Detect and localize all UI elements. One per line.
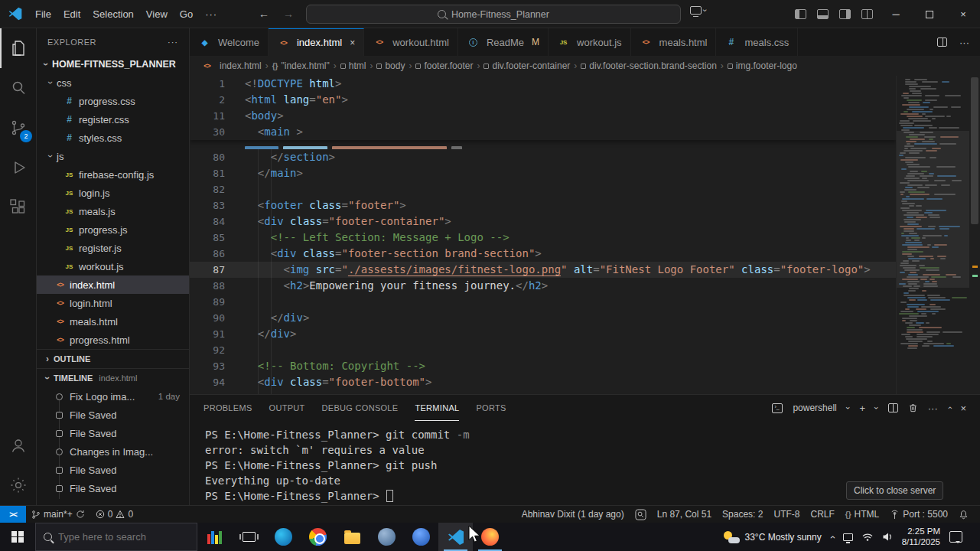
breadcrumb-item[interactable]: footer.footer bbox=[415, 60, 473, 71]
file-item-register.css[interactable]: #register.css bbox=[37, 110, 189, 129]
hidden-icons-chevron[interactable]: › bbox=[827, 536, 838, 539]
timeline-item[interactable]: File Saved bbox=[37, 424, 189, 442]
code-line-83[interactable]: 83 <footer class="footer"> bbox=[190, 197, 896, 214]
menu-edit[interactable]: Edit bbox=[57, 6, 86, 22]
file-item-progress.html[interactable]: <>progress.html bbox=[37, 331, 189, 349]
taskbar-app-edge[interactable] bbox=[266, 523, 301, 551]
notifications-bell[interactable] bbox=[953, 510, 974, 520]
split-terminal-icon[interactable] bbox=[888, 403, 898, 412]
account-icon[interactable] bbox=[0, 425, 36, 465]
source-control-icon[interactable]: 2 bbox=[0, 108, 36, 148]
taskbar-app-vscode[interactable] bbox=[438, 523, 473, 551]
file-item-meals.js[interactable]: JSmeals.js bbox=[37, 202, 189, 220]
code-line-80[interactable]: 80 </section> bbox=[190, 149, 896, 165]
panel-more-actions-icon[interactable]: ··· bbox=[928, 403, 938, 414]
settings-gear-icon[interactable] bbox=[0, 465, 36, 505]
start-button[interactable] bbox=[0, 523, 35, 551]
code-line-85[interactable]: 85 <!-- Left Section: Message + Logo --> bbox=[190, 230, 896, 246]
taskbar-app-file-explorer[interactable] bbox=[335, 523, 370, 551]
weather-widget[interactable]: 33°C Mostly sunny bbox=[723, 531, 822, 543]
code-line-clipped[interactable] bbox=[190, 140, 896, 149]
language-mode[interactable]: {}HTML bbox=[840, 509, 884, 520]
tab-ReadMe[interactable]: iReadMeM bbox=[458, 28, 549, 56]
breadcrumb-item[interactable]: html bbox=[340, 60, 366, 71]
remote-indicator[interactable]: >< bbox=[0, 506, 26, 523]
problems-status[interactable]: 0 0 bbox=[90, 506, 138, 523]
file-item-css[interactable]: ›css bbox=[37, 73, 189, 92]
file-item-workout.js[interactable]: JSworkout.js bbox=[37, 257, 189, 276]
close-button[interactable]: × bbox=[946, 0, 980, 28]
git-branch-status[interactable]: main*+ bbox=[26, 506, 90, 523]
breadcrumb-item[interactable]: body bbox=[376, 60, 405, 71]
tab-workout.js[interactable]: JSworkout.js bbox=[549, 28, 631, 56]
code-line-82[interactable]: 82 bbox=[190, 181, 896, 197]
timeline-item[interactable]: File Saved bbox=[37, 479, 189, 497]
breadcrumb-item[interactable]: div.footer-container bbox=[483, 60, 570, 71]
menu-selection[interactable]: Selection bbox=[86, 6, 139, 22]
taskbar-app-6[interactable] bbox=[370, 523, 404, 551]
maximize-button[interactable] bbox=[913, 0, 946, 28]
file-item-register.js[interactable]: JSregister.js bbox=[37, 239, 189, 257]
tab-index.html[interactable]: <>index.html× bbox=[269, 28, 364, 56]
taskbar-clock[interactable]: 2:25 PM 8/11/2025 bbox=[902, 527, 940, 547]
file-item-login.html[interactable]: <>login.html bbox=[37, 294, 189, 312]
file-item-progress.js[interactable]: JSprogress.js bbox=[37, 220, 189, 239]
back-button[interactable]: ← bbox=[259, 8, 269, 20]
editor-more-actions-icon[interactable]: ··· bbox=[959, 37, 969, 48]
code-line-86[interactable]: 86 <div class="footer-section brand-sect… bbox=[190, 246, 896, 262]
code-line-88[interactable]: 88 <h2>Empowering your fitness journey.<… bbox=[190, 278, 896, 294]
close-tab-icon[interactable]: × bbox=[350, 37, 355, 48]
code-line-90[interactable]: 90 </div> bbox=[190, 310, 896, 326]
search-tool-button[interactable] bbox=[630, 509, 652, 520]
new-terminal-button[interactable]: + bbox=[859, 403, 865, 414]
code-line-89[interactable]: 89 bbox=[190, 294, 896, 310]
taskbar-search-box[interactable] bbox=[35, 523, 197, 551]
encoding-setting[interactable]: UTF-8 bbox=[768, 509, 805, 520]
file-item-styles.css[interactable]: #styles.css bbox=[37, 129, 189, 147]
code-line-11[interactable]: 11<body> bbox=[190, 108, 896, 124]
timeline-item[interactable]: Fix Logo ima...1 day bbox=[37, 387, 189, 406]
code-line-84[interactable]: 84 <div class="footer-container"> bbox=[190, 214, 896, 230]
outline-section-header[interactable]: › OUTLINE bbox=[37, 349, 189, 368]
tab-Welcome[interactable]: ◆Welcome bbox=[190, 28, 269, 56]
panel-tab-debug-console[interactable]: DEBUG CONSOLE bbox=[322, 395, 399, 421]
volume-icon[interactable] bbox=[882, 532, 893, 542]
file-item-firebase-config.js[interactable]: JSfirebase-config.js bbox=[37, 165, 189, 184]
code-editor[interactable]: 80 </section>81 </main>8283 <footer clas… bbox=[190, 76, 980, 394]
indentation-setting[interactable]: Spaces: 2 bbox=[717, 509, 768, 520]
menu-go[interactable]: Go bbox=[174, 6, 199, 22]
search-icon[interactable] bbox=[0, 68, 36, 108]
code-line-91[interactable]: 91 </div> bbox=[190, 326, 896, 342]
breadcrumb-item[interactable]: div.footer-section.brand-section bbox=[581, 60, 717, 71]
tab-meals.css[interactable]: #meals.css bbox=[716, 28, 798, 56]
cursor-position[interactable]: Ln 87, Col 51 bbox=[652, 509, 717, 520]
eol-setting[interactable]: CRLF bbox=[805, 509, 839, 520]
panel-tab-problems[interactable]: PROBLEMS bbox=[203, 395, 252, 421]
customize-layout-button[interactable] bbox=[861, 9, 873, 19]
forward-button[interactable]: → bbox=[283, 8, 294, 20]
file-item-index.html[interactable]: <>index.html bbox=[37, 276, 189, 294]
code-line-81[interactable]: 81 </main> bbox=[190, 165, 896, 181]
browser-preview-button[interactable]: › bbox=[690, 6, 707, 15]
network-icon[interactable] bbox=[862, 532, 873, 542]
breadcrumb-item[interactable]: img.footer-logo bbox=[728, 60, 797, 71]
shell-name[interactable]: powershell bbox=[793, 403, 836, 413]
menu-view[interactable]: View bbox=[140, 6, 174, 22]
task-view-button[interactable] bbox=[232, 523, 266, 551]
maximize-panel-icon[interactable]: › bbox=[945, 406, 954, 409]
code-line-93[interactable]: 93 <!-- Bottom: Copyright --> bbox=[190, 358, 896, 374]
timeline-item[interactable]: File Saved bbox=[37, 406, 189, 424]
code-line-94[interactable]: 94 <div class="footer-bottom"> bbox=[190, 374, 896, 390]
toggle-secondary-sidebar-button[interactable] bbox=[839, 9, 851, 19]
toggle-panel-button[interactable] bbox=[817, 9, 829, 19]
timeline-item[interactable]: Changes in Imag... bbox=[37, 442, 189, 461]
code-line-30[interactable]: 30 <main > bbox=[190, 124, 896, 140]
file-item-meals.html[interactable]: <>meals.html bbox=[37, 312, 189, 331]
menu-overflow-button[interactable]: ··· bbox=[199, 8, 223, 20]
extensions-icon[interactable] bbox=[0, 187, 36, 227]
explorer-icon[interactable] bbox=[0, 28, 36, 68]
taskbar-app-firefox[interactable] bbox=[473, 523, 507, 551]
taskbar-app-7[interactable] bbox=[404, 523, 438, 551]
run-debug-icon[interactable] bbox=[0, 148, 36, 187]
timeline-section-header[interactable]: › TIMELINE index.html bbox=[37, 368, 189, 387]
